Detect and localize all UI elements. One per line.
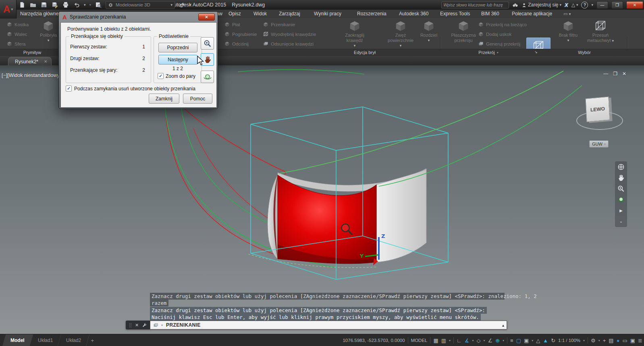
tab-bim360[interactable]: BIM 360 <box>481 11 499 17</box>
search-icon[interactable] <box>512 2 518 8</box>
ribbon-item-box[interactable]: Kostka <box>6 21 29 27</box>
plot-preview-button[interactable] <box>95 1 102 8</box>
ortho-mode-icon[interactable]: ∟ <box>457 338 462 343</box>
undo-button[interactable] <box>73 1 80 8</box>
tab-featured-apps[interactable]: Polecane aplikacje <box>512 11 552 17</box>
ribbon-item-cylinder[interactable]: Walec <box>6 31 27 37</box>
3dosnap-dropdown-icon[interactable]: ▾ <box>532 339 533 342</box>
lineweight-icon[interactable]: ≡ <box>510 338 513 343</box>
ribbon-item-extract-edges[interactable]: Wyodrębnij krawędzie <box>263 31 316 37</box>
zoom-icon[interactable] <box>617 185 625 193</box>
viewcube[interactable]: LEWO <box>579 92 623 140</box>
tab-annotate[interactable]: Opisz <box>229 11 241 17</box>
qat-dropdown[interactable]: ▾ <box>189 3 191 7</box>
command-close-icon[interactable]: ✕ <box>135 323 139 328</box>
viewport-close-icon[interactable]: ✕ <box>622 71 626 77</box>
dialog-close-button[interactable]: ✕ <box>198 13 215 21</box>
help-button[interactable]: Pomoc <box>183 94 212 104</box>
panel-primitives-label[interactable]: Prymityw <box>23 50 42 55</box>
grid-display-icon[interactable]: ▦ <box>433 338 438 343</box>
tab-layout1[interactable]: Układ1 <box>29 334 61 346</box>
ribbon-item-imprint[interactable]: Odciśnij <box>224 41 249 47</box>
restore-button[interactable]: ❐ <box>611 1 623 9</box>
plot-button[interactable] <box>62 1 69 8</box>
next-button[interactable]: Następny <box>158 55 197 65</box>
exchange-apps-icon[interactable]: X <box>565 2 568 8</box>
graphics-performance-icon[interactable]: ● <box>617 338 620 343</box>
polar-dropdown-icon[interactable]: ▾ <box>472 339 474 342</box>
orbit-icon[interactable] <box>617 196 625 204</box>
panel-section-launcher-icon[interactable]: ↘ <box>534 50 538 54</box>
panel-selection-label[interactable]: Wybór <box>578 50 591 55</box>
ribbon-item-move-gizmo[interactable]: Przesuńmetauchwyt ▾ <box>584 19 617 44</box>
ribbon-display-toggle[interactable]: ▭▾ <box>563 11 571 17</box>
quick-properties-icon[interactable]: ▭ <box>623 338 627 343</box>
tab-output[interactable]: Wyniki pracy <box>314 11 341 17</box>
dialog-title-bar[interactable]: A Sprawdzanie przenikania <box>59 12 218 22</box>
showmotion-icon[interactable]: ▸ <box>619 206 623 215</box>
new-layout-button[interactable]: + <box>88 334 97 346</box>
selection-cycling-icon[interactable]: ▢ <box>516 338 521 343</box>
workspace-gear-icon[interactable]: ⚙ <box>591 338 596 343</box>
panel-section-label[interactable]: Przekrój▾ <box>478 50 498 55</box>
ribbon-item-no-filter[interactable]: Brak filtru▾ <box>551 19 585 43</box>
tab-home[interactable]: Narzędzia główne <box>20 11 58 17</box>
zoom-to-pair-checkbox[interactable]: ✓ <box>158 73 164 79</box>
ribbon-item-generate-section[interactable]: Generuj przekrój <box>478 41 520 47</box>
search-input[interactable] <box>441 2 509 8</box>
ribbon-item-add-jog[interactable]: Dodaj uskok <box>478 31 511 37</box>
help-icon[interactable]: ? <box>581 2 588 8</box>
scale-dropdown-icon[interactable]: ▾ <box>583 339 585 342</box>
snap-dropdown-icon[interactable]: ▾ <box>449 339 451 342</box>
workspace-switcher[interactable]: Modelowanie 3D ▾ <box>106 1 175 9</box>
isolate-objects-icon[interactable]: ▤ <box>609 338 613 343</box>
drawing-tab[interactable]: Rysunek2* ✕ <box>8 57 52 66</box>
workspace-dropdown-icon[interactable]: ▾ <box>598 339 600 342</box>
panel-solid-editing-label[interactable]: Edycja brył <box>354 50 376 55</box>
viewport-minimize-icon[interactable]: — <box>603 71 608 77</box>
object-snap-icon[interactable]: ⊕ <box>495 338 500 343</box>
navbar-more-icon[interactable]: ⌄ <box>619 217 623 225</box>
ribbon-item-fillet-edge[interactable]: Zaokrąglij krawędź▾ <box>338 19 372 48</box>
viewport-controls-label[interactable]: [−][Widok niestandardowy] <box>2 73 61 78</box>
ribbon-item-live-section[interactable]: Przekrój na bieżąco <box>478 21 527 27</box>
osnap-dropdown-icon[interactable]: ▾ <box>503 339 504 342</box>
undo-dropdown[interactable]: ▾ <box>84 3 86 7</box>
viewcube-face[interactable]: LEWO <box>586 97 610 122</box>
model-space-toggle[interactable]: MODEL <box>411 338 428 343</box>
close-button[interactable]: ✕ <box>626 1 643 9</box>
realtime-zoom-button[interactable] <box>201 37 214 50</box>
tab-model[interactable]: Model <box>2 334 33 346</box>
autodesk360-icon[interactable]: △▾ <box>571 2 578 8</box>
ribbon-item-sphere[interactable]: Sfera <box>6 41 26 47</box>
new-file-button[interactable] <box>19 1 26 8</box>
pan-button[interactable] <box>201 53 214 66</box>
isometric-drafting-icon[interactable]: ◇ <box>477 338 481 343</box>
tab-express-tools[interactable]: Express Tools <box>440 11 470 17</box>
command-input-area[interactable]: ▾ ▴ <box>150 321 507 329</box>
help-dropdown[interactable]: ▾ <box>591 3 593 7</box>
snap-mode-icon[interactable]: ▥ <box>441 338 446 343</box>
isodraft-dropdown-icon[interactable]: ▾ <box>484 339 485 342</box>
clean-screen-icon[interactable]: ▣ <box>630 338 635 343</box>
save-button[interactable] <box>40 1 48 8</box>
ribbon-item-section-plane[interactable]: Płaszczyznaprzekroju <box>447 19 480 43</box>
tab-manage[interactable]: Zarządzaj <box>279 11 300 17</box>
ribbon-item-interfere[interactable]: Przenikanie <box>263 21 295 27</box>
ribbon-item-offset-edge[interactable]: Odsunięcie krawędzi <box>263 41 314 47</box>
command-tools-icon[interactable] <box>142 323 147 328</box>
autoscale-icon[interactable]: ↻ <box>551 338 555 343</box>
tab-view[interactable]: Widok <box>253 11 267 17</box>
viewport-restore-icon[interactable]: ❐ <box>613 71 617 77</box>
object-snap-tracking-icon[interactable]: ∠ <box>488 338 493 343</box>
recent-commands-dropdown-icon[interactable]: ▾ <box>161 323 163 327</box>
command-line-grip[interactable]: ⣿ ✕ <box>126 321 150 329</box>
polar-tracking-icon[interactable]: ∡ <box>465 338 469 343</box>
save-as-button[interactable] <box>51 1 58 8</box>
command-history-expand-icon[interactable]: ▴ <box>502 323 504 327</box>
application-menu-button[interactable]: A▾ <box>0 0 17 19</box>
pan-icon[interactable] <box>617 174 625 182</box>
command-input[interactable] <box>165 322 500 328</box>
sign-in-button[interactable]: Zarejestruj się ▾ <box>521 2 561 8</box>
tab-layout2[interactable]: Układ2 <box>58 334 90 346</box>
